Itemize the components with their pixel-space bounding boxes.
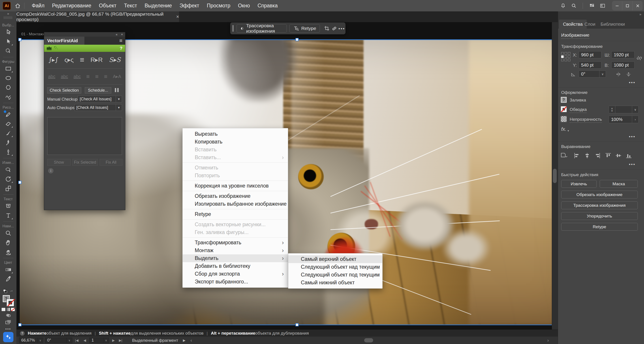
document-close-icon[interactable]: × [176, 14, 179, 20]
vfa-issues-list[interactable] [47, 117, 122, 155]
vfa-fix-all-button[interactable]: Fix All [100, 159, 122, 166]
vfa-fix-selected-button[interactable]: Fix Selected [72, 159, 98, 166]
transform-more-options[interactable]: ●●● [629, 81, 636, 84]
canvas-vertical-scrollbar[interactable] [552, 22, 558, 330]
vfa-replace-fonts-icon[interactable]: R▸R [90, 56, 103, 63]
gradient-swatch-button[interactable] [6, 308, 10, 311]
image-trace-quick-button[interactable]: Трассировка изображения [561, 201, 638, 209]
pencil-tool[interactable] [3, 110, 14, 119]
selection-handle-bottom-left[interactable] [18, 323, 22, 326]
swap-fill-stroke-icon[interactable] [3, 289, 8, 294]
artboard-nav-next[interactable]: ▶ [112, 337, 115, 344]
paintbrush-tool[interactable] [3, 129, 14, 138]
arrange-button[interactable]: Упорядочить [561, 212, 638, 220]
color-swatch-button[interactable] [2, 308, 5, 311]
vfa-info-icon[interactable]: i [48, 168, 54, 173]
opacity-field[interactable]: 100% › [609, 116, 639, 123]
eyedropper-tool[interactable] [3, 274, 14, 284]
submenu-item-top-object[interactable]: Самый верхний объект [288, 255, 382, 263]
stroke-weight-dropdown-icon[interactable]: ∨ [632, 106, 638, 113]
artboard-number-field[interactable]: 1 ∨ [89, 338, 109, 343]
selection-bottom-edge[interactable] [20, 325, 552, 325]
vertical-scroll-thumb[interactable] [553, 169, 557, 183]
selection-handle-top-left[interactable] [18, 38, 22, 41]
revert-colors-icon[interactable] [9, 289, 14, 294]
vfa-fix-curves-icon[interactable]: ς▸ς [64, 56, 74, 63]
menu-select[interactable]: Выделение [141, 0, 176, 11]
rotate-tool[interactable] [3, 174, 14, 184]
align-more-options[interactable]: ●●● [629, 163, 636, 166]
vfa-abc-icon-2[interactable]: abc [61, 74, 68, 79]
vfa-help-icon[interactable]: ? [120, 46, 122, 51]
taskbar-drag-handle[interactable] [232, 25, 234, 32]
artboard-nav-last[interactable]: ▶| [119, 337, 122, 344]
stroke-stepper[interactable]: ∧∨ [609, 106, 615, 113]
opacity-expand-icon[interactable]: › [632, 116, 638, 123]
selection-tool[interactable] [3, 27, 14, 37]
fx-button[interactable]: fx. ▼ [561, 126, 570, 132]
vfa-close-icon[interactable]: × [121, 33, 123, 36]
angle-dropdown-icon[interactable]: ∨ [599, 71, 606, 77]
more-options-icon[interactable]: ●●● [338, 27, 346, 30]
close-button[interactable] [632, 1, 643, 10]
context-menu-item-retype[interactable]: Retype [183, 210, 288, 218]
retype-tool[interactable] [3, 201, 14, 211]
y-position-field[interactable]: 540 pt [579, 61, 602, 69]
align-left-icon[interactable] [573, 152, 581, 159]
free-transform-tool[interactable] [3, 165, 14, 174]
align-right-icon[interactable] [594, 152, 602, 159]
vfa-manual-checkups-dropdown[interactable]: [Check All Issues] ▼ [78, 96, 122, 102]
align-center-vertical-icon[interactable] [614, 152, 622, 159]
height-field[interactable]: 1080 pt [611, 61, 634, 69]
vfa-check-selection-button[interactable]: Check Selection [47, 87, 81, 93]
artboard-dropdown-icon[interactable]: ∨ [103, 338, 109, 343]
flip-horizontal-icon[interactable] [615, 71, 621, 77]
status-pane-arrow-icon[interactable]: ▶ [183, 337, 186, 344]
collapse-dock-icon[interactable]: » [7, 11, 9, 16]
direct-selection-tool[interactable] [3, 37, 14, 46]
collapse-panel-icon[interactable]: » [640, 12, 641, 16]
image-trace-button[interactable]: Трассировка изображения [236, 24, 287, 33]
vfa-license-banner[interactable]: ? [44, 45, 125, 52]
none-swatch-button[interactable] [11, 308, 15, 311]
workspace-switcher-icon[interactable] [586, 3, 597, 8]
hscroll-right-arrow[interactable]: › [547, 337, 549, 344]
opacity-swatch[interactable] [561, 116, 567, 122]
vfa-manual-dropdown-icon[interactable]: ▼ [116, 96, 122, 102]
zoom-tool[interactable] [3, 228, 14, 238]
vfa-panel-tab[interactable]: VectorFirstAid [44, 37, 84, 45]
minimize-button[interactable] [612, 1, 622, 10]
zoom-level-field[interactable]: 66,67% ∨ [19, 338, 43, 343]
context-menu-item-select[interactable]: Выделить› [183, 254, 288, 262]
context-menu-item-arrange[interactable]: Монтаж› [183, 247, 288, 254]
vfa-auto-checkups-dropdown[interactable]: [Check All Issues] ▼ [74, 104, 122, 111]
selection-handle-top-center[interactable] [296, 38, 298, 41]
selection-handle-middle-left[interactable] [18, 181, 22, 184]
width-field[interactable]: 1920 pt [611, 51, 634, 58]
vfa-abc-icon-1[interactable]: abc [48, 74, 55, 79]
vfa-auto-dropdown-icon[interactable]: ▼ [116, 104, 122, 111]
menu-object[interactable]: Объект [95, 0, 120, 11]
vfa-lines-icon-3[interactable]: ≡ [104, 73, 108, 80]
vfa-text-convert-icon[interactable]: A▸A [113, 74, 121, 79]
stroke-weight-field[interactable]: ∧∨ ∨ [609, 106, 639, 113]
stroke-swatch[interactable] [7, 299, 14, 306]
vfa-lines-icon-1[interactable]: ≡ [86, 73, 90, 80]
flip-vertical-icon[interactable] [626, 71, 632, 77]
artboard-nav-first[interactable]: |◀ [75, 337, 78, 344]
retype-quick-button[interactable]: Retype [561, 223, 638, 231]
align-center-horizontal-icon[interactable] [583, 152, 591, 159]
shape-mode-icon[interactable] [3, 312, 14, 319]
align-to-selector[interactable] [560, 152, 568, 159]
submenu-item-bottom-object[interactable]: Самый нижний объект [288, 279, 382, 287]
context-menu-item-collect-for-export[interactable]: Сбор для экспорта› [183, 270, 288, 278]
tab-libraries[interactable]: Библиотеки [596, 20, 629, 29]
rectangle-tool[interactable] [3, 64, 14, 73]
context-menu-item-export-selection[interactable]: Экспорт выбранного... [183, 278, 288, 286]
vfa-fix-paths-icon[interactable]: ∫▸∫ [48, 56, 58, 63]
fill-stroke-indicator[interactable]: ? [3, 295, 14, 306]
x-position-field[interactable]: 960 pt [579, 51, 602, 58]
context-menu-item-copy[interactable]: Копировать [183, 138, 288, 146]
menu-window[interactable]: Окно [234, 0, 254, 11]
rotation-angle-field[interactable]: 0° ∨ [579, 70, 606, 78]
